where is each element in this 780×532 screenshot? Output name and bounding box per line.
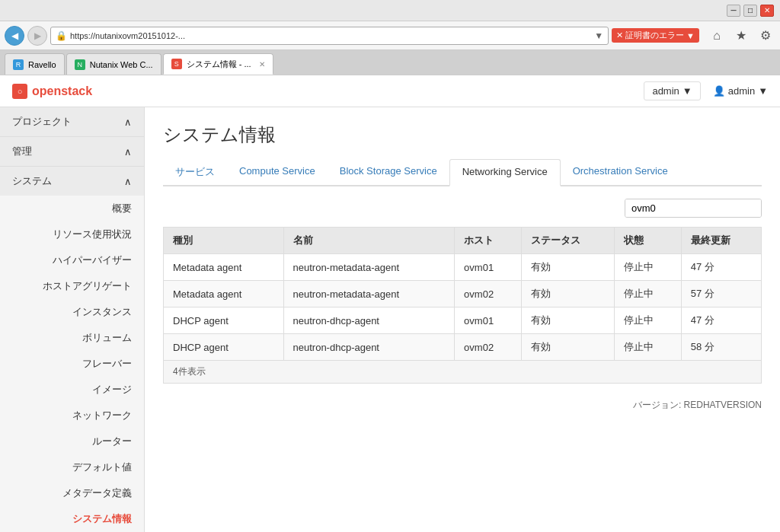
system-section-label: システム bbox=[12, 174, 52, 188]
cell-type: DHCP agent bbox=[164, 307, 284, 334]
address-search-icon[interactable]: ▼ bbox=[594, 30, 603, 41]
admin-right-label: admin bbox=[728, 85, 755, 97]
browser-tab-nutanix[interactable]: N Nutanix Web C... bbox=[66, 53, 161, 75]
sidebar-project-header[interactable]: プロジェクト ∧ bbox=[0, 107, 144, 136]
table-row: Metadata agentneutron-metadata-agentovm0… bbox=[164, 281, 762, 307]
app-logo: ○ openstack bbox=[12, 84, 92, 99]
maximize-button[interactable]: □ bbox=[743, 5, 757, 17]
browser-chrome: ─ □ ✕ ◀ ▶ 🔒 https://nutanixovm20151012-.… bbox=[0, 0, 780, 75]
back-button[interactable]: ◀ bbox=[5, 26, 24, 46]
cell-status: 有効 bbox=[521, 254, 615, 281]
sidebar-item-resource-usage[interactable]: リソース使用状況 bbox=[0, 221, 144, 247]
sidebar-item-overview[interactable]: 概要 bbox=[0, 196, 144, 221]
user-icon: 👤 bbox=[713, 85, 725, 97]
tab-networking[interactable]: Networking Service bbox=[449, 159, 561, 186]
close-button[interactable]: ✕ bbox=[760, 5, 774, 17]
cell-last_updated: 57 分 bbox=[681, 281, 761, 307]
ravello-tab-label: Ravello bbox=[28, 60, 56, 69]
admin-menu[interactable]: admin ▼ bbox=[644, 81, 700, 100]
search-row: 🔍 bbox=[163, 199, 762, 218]
admin-right-chevron-icon: ▼ bbox=[758, 85, 768, 97]
cell-type: DHCP agent bbox=[164, 334, 284, 361]
sidebar-section-system: システム ∧ 概要 リソース使用状況 ハイパーバイザー ホストアグリゲート イン… bbox=[0, 167, 144, 532]
col-state: 状態 bbox=[615, 228, 681, 254]
sidebar-item-instances[interactable]: インスタンス bbox=[0, 299, 144, 325]
sidebar-item-metadata[interactable]: メタデータ定義 bbox=[0, 480, 144, 506]
sidebar-item-flavors[interactable]: フレーバー bbox=[0, 351, 144, 377]
cell-type: Metadata agent bbox=[164, 254, 284, 281]
cell-status: 有効 bbox=[521, 307, 615, 334]
tab-services[interactable]: サービス bbox=[163, 159, 227, 186]
system-favicon: S bbox=[171, 59, 182, 69]
ravello-favicon: R bbox=[13, 59, 24, 70]
tab-compute[interactable]: Compute Service bbox=[227, 159, 328, 186]
sidebar-item-defaults[interactable]: デフォルト値 bbox=[0, 454, 144, 480]
table-footer: 4件表示 bbox=[163, 361, 762, 384]
minimize-button[interactable]: ─ bbox=[727, 5, 740, 17]
cell-type: Metadata agent bbox=[164, 281, 284, 307]
col-type: 種別 bbox=[164, 228, 284, 254]
system-tab-close[interactable]: ✕ bbox=[259, 60, 265, 68]
cell-last_updated: 58 分 bbox=[681, 334, 761, 361]
admin-chevron-icon: ▼ bbox=[682, 85, 692, 97]
app-navbar: ○ openstack admin ▼ 👤 admin ▼ bbox=[0, 75, 780, 107]
browser-tab-ravello[interactable]: R Ravello bbox=[5, 53, 65, 75]
sidebar-item-networks[interactable]: ネットワーク bbox=[0, 403, 144, 428]
version-text: バージョン: REDHATVERSION bbox=[163, 399, 762, 412]
sidebar-item-volumes[interactable]: ボリューム bbox=[0, 325, 144, 351]
col-name: 名前 bbox=[283, 228, 455, 254]
search-box: 🔍 bbox=[625, 199, 762, 218]
browser-nav: ◀ ▶ 🔒 https://nutanixovm20151012-... ▼ ✕… bbox=[0, 21, 780, 50]
admin-right-menu[interactable]: 👤 admin ▼ bbox=[713, 85, 768, 97]
sidebar-item-system-info[interactable]: システム情報 bbox=[0, 506, 144, 532]
cell-state: 停止中 bbox=[615, 281, 681, 307]
col-status: ステータス bbox=[521, 228, 615, 254]
cell-name: neutron-metadata-agent bbox=[283, 254, 455, 281]
cell-status: 有効 bbox=[521, 281, 615, 307]
error-text: 証明書のエラー bbox=[625, 30, 684, 41]
cell-name: neutron-dhcp-agent bbox=[283, 334, 455, 361]
browser-titlebar: ─ □ ✕ bbox=[0, 0, 780, 21]
cell-last_updated: 47 分 bbox=[681, 254, 761, 281]
cell-host: ovm02 bbox=[455, 334, 521, 361]
table-header: 種別 名前 ホスト ステータス 状態 最終更新 bbox=[164, 228, 762, 254]
page-title: システム情報 bbox=[163, 123, 762, 147]
col-host: ホスト bbox=[455, 228, 521, 254]
app-container: ○ openstack admin ▼ 👤 admin ▼ プロジェクト ∧ bbox=[0, 75, 780, 532]
sidebar-item-images[interactable]: イメージ bbox=[0, 377, 144, 403]
search-input[interactable] bbox=[625, 199, 762, 217]
tab-block-storage[interactable]: Block Storage Service bbox=[328, 159, 449, 186]
sidebar-item-routers[interactable]: ルーター bbox=[0, 428, 144, 454]
col-last-updated: 最終更新 bbox=[681, 228, 761, 254]
cell-host: ovm01 bbox=[455, 254, 521, 281]
tab-orchestration[interactable]: Orchestration Service bbox=[561, 159, 680, 186]
sidebar-item-host-aggregate[interactable]: ホストアグリゲート bbox=[0, 273, 144, 299]
browser-tabs: R Ravello N Nutanix Web C... S システム情報 - … bbox=[0, 50, 780, 75]
address-text[interactable]: https://nutanixovm20151012-... bbox=[70, 31, 591, 40]
sidebar-system-header[interactable]: システム ∧ bbox=[0, 167, 144, 196]
cell-host: ovm02 bbox=[455, 281, 521, 307]
sidebar-admin-header[interactable]: 管理 ∧ bbox=[0, 137, 144, 166]
admin-chevron-icon: ∧ bbox=[124, 146, 132, 158]
project-chevron-icon: ∧ bbox=[124, 116, 132, 128]
favorites-button[interactable]: ★ bbox=[731, 26, 751, 46]
cell-name: neutron-metadata-agent bbox=[283, 281, 455, 307]
project-label: プロジェクト bbox=[12, 115, 72, 129]
content-area: プロジェクト ∧ 管理 ∧ システム ∧ 概要 リソース使用状況 ハイパー bbox=[0, 107, 780, 532]
forward-button[interactable]: ▶ bbox=[27, 26, 47, 46]
table-row: DHCP agentneutron-dhcp-agentovm01有効停止中47… bbox=[164, 307, 762, 334]
table-header-row: 種別 名前 ホスト ステータス 状態 最終更新 bbox=[164, 228, 762, 254]
nutanix-favicon: N bbox=[75, 59, 85, 70]
sidebar-item-hypervisor[interactable]: ハイパーバイザー bbox=[0, 247, 144, 273]
cell-state: 停止中 bbox=[615, 307, 681, 334]
settings-button[interactable]: ⚙ bbox=[756, 26, 775, 46]
nutanix-tab-label: Nutanix Web C... bbox=[90, 60, 153, 69]
error-x-icon: ✕ bbox=[616, 30, 623, 40]
admin-section-label: 管理 bbox=[12, 145, 32, 158]
logo-text: openstack bbox=[32, 84, 92, 98]
cert-error-badge[interactable]: ✕ 証明書のエラー ▼ bbox=[612, 28, 699, 43]
browser-tab-system[interactable]: S システム情報 - ... ✕ bbox=[163, 53, 273, 75]
cell-status: 有効 bbox=[521, 334, 615, 361]
data-table: 種別 名前 ホスト ステータス 状態 最終更新 Metadata agentne… bbox=[163, 227, 762, 361]
home-button[interactable]: ⌂ bbox=[707, 26, 727, 46]
